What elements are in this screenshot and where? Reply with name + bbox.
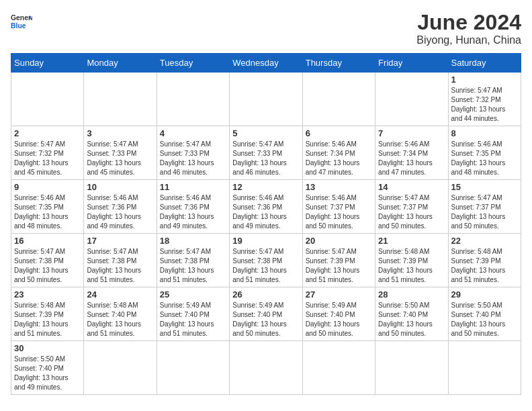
header-thursday: Thursday: [302, 54, 375, 73]
empty-cell: [302, 341, 375, 395]
logo: General Blue: [11, 11, 32, 32]
header-saturday: Saturday: [448, 54, 521, 73]
day-20: 20 Sunrise: 5:47 AMSunset: 7:39 PMDaylig…: [302, 234, 375, 287]
svg-text:General: General: [11, 14, 32, 21]
day-21: 21 Sunrise: 5:48 AMSunset: 7:39 PMDaylig…: [375, 234, 448, 287]
calendar-table: Sunday Monday Tuesday Wednesday Thursday…: [11, 53, 521, 395]
empty-cell: [84, 73, 157, 126]
svg-text:Blue: Blue: [11, 22, 26, 30]
empty-cell: [230, 73, 302, 126]
day-13: 13 Sunrise: 5:46 AMSunset: 7:37 PMDaylig…: [302, 180, 375, 234]
location-title: Biyong, Hunan, China: [416, 34, 521, 46]
day-2: 2 Sunrise: 5:47 AMSunset: 7:32 PMDayligh…: [11, 126, 84, 180]
page-header: General Blue June 2024 Biyong, Hunan, Ch…: [11, 11, 521, 46]
day-28: 28 Sunrise: 5:50 AMSunset: 7:40 PMDaylig…: [375, 287, 448, 341]
logo-icon: General Blue: [11, 11, 32, 32]
week-row-3: 9 Sunrise: 5:46 AMSunset: 7:35 PMDayligh…: [11, 180, 521, 234]
day-29: 29 Sunrise: 5:50 AMSunset: 7:40 PMDaylig…: [448, 287, 521, 341]
header-monday: Monday: [84, 54, 157, 73]
header-tuesday: Tuesday: [157, 54, 229, 73]
week-row-1: 1 Sunrise: 5:47 AMSunset: 7:32 PMDayligh…: [11, 73, 521, 126]
empty-cell: [157, 73, 229, 126]
day-15: 15 Sunrise: 5:47 AMSunset: 7:37 PMDaylig…: [448, 180, 521, 234]
empty-cell: [448, 341, 521, 395]
week-row-2: 2 Sunrise: 5:47 AMSunset: 7:32 PMDayligh…: [11, 126, 521, 180]
day-30: 30 Sunrise: 5:50 AMSunset: 7:40 PMDaylig…: [11, 341, 84, 395]
header-sunday: Sunday: [11, 54, 84, 73]
empty-cell: [157, 341, 229, 395]
empty-cell: [375, 341, 448, 395]
weekday-header-row: Sunday Monday Tuesday Wednesday Thursday…: [11, 54, 521, 73]
day-19: 19 Sunrise: 5:47 AMSunset: 7:38 PMDaylig…: [230, 234, 302, 287]
month-title: June 2024: [416, 11, 521, 34]
week-row-5: 23 Sunrise: 5:48 AMSunset: 7:39 PMDaylig…: [11, 287, 521, 341]
day-4: 4 Sunrise: 5:47 AMSunset: 7:33 PMDayligh…: [157, 126, 229, 180]
header-friday: Friday: [375, 54, 448, 73]
empty-cell: [84, 341, 157, 395]
empty-cell: [375, 73, 448, 126]
day-11: 11 Sunrise: 5:46 AMSunset: 7:36 PMDaylig…: [157, 180, 229, 234]
empty-cell: [11, 73, 84, 126]
empty-cell: [302, 73, 375, 126]
day-24: 24 Sunrise: 5:48 AMSunset: 7:40 PMDaylig…: [84, 287, 157, 341]
day-16: 16 Sunrise: 5:47 AMSunset: 7:38 PMDaylig…: [11, 234, 84, 287]
day-number-1: 1: [451, 75, 518, 85]
day-14: 14 Sunrise: 5:47 AMSunset: 7:37 PMDaylig…: [375, 180, 448, 234]
day-25: 25 Sunrise: 5:49 AMSunset: 7:40 PMDaylig…: [157, 287, 229, 341]
day-7: 7 Sunrise: 5:46 AMSunset: 7:34 PMDayligh…: [375, 126, 448, 180]
day-12: 12 Sunrise: 5:46 AMSunset: 7:36 PMDaylig…: [230, 180, 302, 234]
day-6: 6 Sunrise: 5:46 AMSunset: 7:34 PMDayligh…: [302, 126, 375, 180]
title-area: June 2024 Biyong, Hunan, China: [416, 11, 521, 46]
day-18: 18 Sunrise: 5:47 AMSunset: 7:38 PMDaylig…: [157, 234, 229, 287]
day-10: 10 Sunrise: 5:46 AMSunset: 7:36 PMDaylig…: [84, 180, 157, 234]
day-3: 3 Sunrise: 5:47 AMSunset: 7:33 PMDayligh…: [84, 126, 157, 180]
day-22: 22 Sunrise: 5:48 AMSunset: 7:39 PMDaylig…: [448, 234, 521, 287]
day-17: 17 Sunrise: 5:47 AMSunset: 7:38 PMDaylig…: [84, 234, 157, 287]
day-9: 9 Sunrise: 5:46 AMSunset: 7:35 PMDayligh…: [11, 180, 84, 234]
day-23: 23 Sunrise: 5:48 AMSunset: 7:39 PMDaylig…: [11, 287, 84, 341]
header-wednesday: Wednesday: [230, 54, 302, 73]
week-row-6: 30 Sunrise: 5:50 AMSunset: 7:40 PMDaylig…: [11, 341, 521, 395]
day-27: 27 Sunrise: 5:49 AMSunset: 7:40 PMDaylig…: [302, 287, 375, 341]
day-1: 1 Sunrise: 5:47 AMSunset: 7:32 PMDayligh…: [448, 73, 521, 126]
day-8: 8 Sunrise: 5:46 AMSunset: 7:35 PMDayligh…: [448, 126, 521, 180]
day-26: 26 Sunrise: 5:49 AMSunset: 7:40 PMDaylig…: [230, 287, 302, 341]
day-5: 5 Sunrise: 5:47 AMSunset: 7:33 PMDayligh…: [230, 126, 302, 180]
empty-cell: [230, 341, 302, 395]
week-row-4: 16 Sunrise: 5:47 AMSunset: 7:38 PMDaylig…: [11, 234, 521, 287]
day-info-1: Sunrise: 5:47 AMSunset: 7:32 PMDaylight:…: [451, 86, 518, 124]
